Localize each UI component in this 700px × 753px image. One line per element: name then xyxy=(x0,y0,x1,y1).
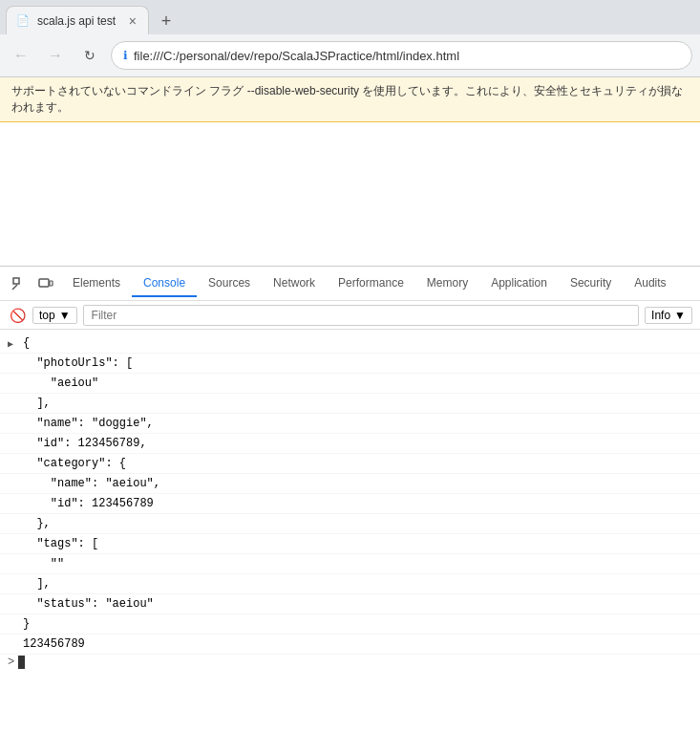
console-line: }, xyxy=(0,514,700,534)
forward-button[interactable]: → xyxy=(42,42,69,69)
console-line: "tags": [ xyxy=(0,534,700,554)
warning-text: サポートされていないコマンドライン フラグ --disable-web-secu… xyxy=(11,84,683,114)
back-button[interactable]: ← xyxy=(8,42,34,69)
context-arrow-icon: ▼ xyxy=(59,309,71,322)
browser-tab[interactable]: 📄 scala.js api test × xyxy=(6,6,149,34)
console-line: "" xyxy=(0,554,700,574)
console-line: "id": 123456789, xyxy=(0,434,700,454)
tab-security[interactable]: Security xyxy=(559,270,623,297)
tab-performance[interactable]: Performance xyxy=(327,270,415,297)
console-filter-input[interactable] xyxy=(83,305,640,326)
console-line: ], xyxy=(0,394,700,414)
tab-audits[interactable]: Audits xyxy=(623,270,677,297)
tab-close-button[interactable]: × xyxy=(129,14,137,28)
console-line: } xyxy=(0,614,700,635)
console-line: "aeiou" xyxy=(0,374,700,394)
console-prompt-icon: > xyxy=(8,656,14,669)
tab-favicon: 📄 xyxy=(16,14,30,27)
url-text: file:///C:/personal/dev/repo/ScalaJSPrac… xyxy=(134,49,680,63)
console-line: "photoUrls": [ xyxy=(0,354,700,374)
tab-network[interactable]: Network xyxy=(262,270,327,297)
context-value: top xyxy=(39,309,55,322)
console-cursor xyxy=(18,656,25,669)
svg-rect-3 xyxy=(50,281,53,286)
devtools-tabs: Elements Console Sources Network Perform… xyxy=(61,270,678,297)
tab-title: scala.js api test xyxy=(37,14,121,28)
svg-rect-0 xyxy=(13,278,19,284)
log-level-selector[interactable]: Info ▼ xyxy=(645,307,692,324)
url-icon: ℹ xyxy=(123,49,128,62)
console-clear-button[interactable]: 🚫 xyxy=(8,306,27,325)
console-line: "status": "aeiou" xyxy=(0,594,700,614)
url-bar[interactable]: ℹ file:///C:/personal/dev/repo/ScalaJSPr… xyxy=(111,41,692,70)
console-line: "id": 123456789 xyxy=(0,494,700,514)
inspect-element-button[interactable] xyxy=(8,272,31,295)
log-level-value: Info xyxy=(651,309,670,322)
context-selector[interactable]: top ▼ xyxy=(32,307,77,324)
browser-chrome: 📄 scala.js api test × + ← → ↻ ℹ file:///… xyxy=(0,0,700,77)
new-tab-button[interactable]: + xyxy=(153,8,180,34)
console-input-area[interactable]: > xyxy=(0,655,700,670)
reload-button[interactable]: ↻ xyxy=(76,42,103,69)
devtools-toolbar: Elements Console Sources Network Perform… xyxy=(0,267,700,301)
tab-console[interactable]: Console xyxy=(132,270,197,297)
console-line: 123456789 xyxy=(0,635,700,655)
page-content xyxy=(0,122,700,266)
tab-memory[interactable]: Memory xyxy=(415,270,479,297)
console-toolbar: 🚫 top ▼ Info ▼ xyxy=(0,301,700,330)
tab-bar: 📄 scala.js api test × + xyxy=(0,0,700,34)
console-output: { "photoUrls": [ "aeiou" ], "name": "dog… xyxy=(0,330,700,753)
console-line: ], xyxy=(0,574,700,594)
svg-rect-2 xyxy=(39,279,49,287)
tab-sources[interactable]: Sources xyxy=(197,270,262,297)
device-toggle-button[interactable] xyxy=(34,272,57,295)
console-line: { xyxy=(0,333,700,354)
svg-line-1 xyxy=(12,285,17,290)
tab-elements[interactable]: Elements xyxy=(61,270,132,297)
log-level-arrow-icon: ▼ xyxy=(674,309,686,322)
security-warning-bar: サポートされていないコマンドライン フラグ --disable-web-secu… xyxy=(0,77,700,122)
console-line: "category": { xyxy=(0,454,700,474)
devtools-panel: Elements Console Sources Network Perform… xyxy=(0,266,700,753)
tab-application[interactable]: Application xyxy=(479,270,559,297)
address-bar: ← → ↻ ℹ file:///C:/personal/dev/repo/Sca… xyxy=(0,34,700,76)
console-line: "name": "aeiou", xyxy=(0,474,700,494)
console-line: "name": "doggie", xyxy=(0,414,700,434)
